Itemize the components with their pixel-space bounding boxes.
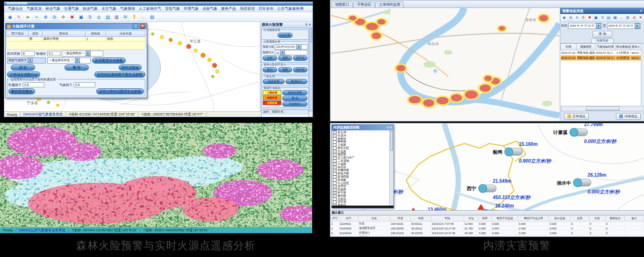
flight-arrow-icon[interactable]: ➣	[33, 13, 41, 21]
menu-item[interactable]: 系统管理	[238, 6, 257, 11]
output-col-header[interactable]: 站名	[358, 216, 390, 221]
analysis-button[interactable]: 分析	[263, 56, 277, 61]
horizontal-scrollbar[interactable]	[561, 106, 644, 111]
output-col-header[interactable]: 断面平均流速	[492, 216, 518, 221]
chevron-down-icon[interactable]: ▼	[635, 23, 640, 29]
zoom-out-icon[interactable]: ⊖	[50, 13, 58, 21]
output-col-header[interactable]: 水势	[589, 216, 605, 221]
monitor-button[interactable]: 数据标注	[286, 79, 308, 84]
station-row[interactable]: 111104011桂花105.4101130.501112013/12/1 7:…	[331, 221, 644, 226]
result-list-tab[interactable]: 结果列表	[591, 38, 614, 43]
sample-select[interactable]: 一请选择采样值 一▼	[47, 57, 91, 64]
pan-icon[interactable]: ✥	[59, 13, 67, 21]
query-button[interactable]: 查 询	[593, 31, 612, 37]
image-icon[interactable]: ▦	[612, 14, 618, 21]
factor-col-header[interactable]: 影响值	[86, 31, 106, 37]
warning-col-header[interactable]: 时间	[561, 44, 577, 50]
chevron-down-icon[interactable]: ▼	[296, 44, 301, 50]
output-col-header[interactable]: 最大流速	[549, 216, 571, 221]
add-button[interactable]: 添 加	[11, 64, 35, 71]
fax-icon[interactable]: ✉	[122, 13, 129, 21]
station-row[interactable]: 241104002老池防汛仓库105.2000030.201112013/12/…	[331, 226, 644, 231]
menu-item[interactable]: 日常发布	[257, 6, 275, 11]
status-system-link[interactable]: DMGIS中国气象服务系统	[21, 112, 66, 117]
back-icon[interactable]: ←	[139, 13, 147, 21]
status-system-link[interactable]: DMGIS公共气象服务业务系统	[16, 227, 69, 233]
output-col-header[interactable]: 预警状态	[605, 216, 625, 221]
page2-icon[interactable]: ②	[600, 14, 606, 21]
menu-item[interactable]: 气象预报	[118, 6, 137, 11]
monitor-button[interactable]: 站点监测	[263, 79, 285, 84]
close-icon[interactable]: ✕	[640, 9, 643, 13]
output-col-header[interactable]: 时间	[431, 216, 464, 221]
output-col-header[interactable]: 雨量	[478, 216, 492, 221]
output-col-header[interactable]: 序号	[331, 216, 339, 221]
close-icon[interactable]: ✕	[637, 14, 644, 21]
output-col-header[interactable]: 断面平均含沙量	[518, 216, 549, 221]
window-title-bar[interactable]	[4, 2, 313, 6]
factor-type-select[interactable]: 风险气候因子▼	[7, 57, 46, 64]
level-action-button[interactable]: 图 例	[282, 96, 308, 101]
minimize-icon[interactable]: ▁	[133, 24, 138, 29]
delete-button[interactable]: 删 除	[64, 64, 89, 71]
analysis-button[interactable]: 成图	[278, 56, 293, 61]
menu-item[interactable]: 水文气象	[100, 6, 118, 11]
output-col-header[interactable]: 备注	[625, 216, 644, 221]
measure-icon[interactable]: ✎	[15, 13, 23, 21]
close-icon[interactable]: ✕	[140, 24, 145, 29]
fire-param-button[interactable]: 设置火险特征图层生成参数	[96, 88, 144, 94]
warning-col-header[interactable]: 降水量级信息	[616, 44, 631, 50]
display-button[interactable]: 因子值	[293, 67, 308, 72]
dialog-title-bar[interactable]: 火险因子计算 ▁ ✕	[6, 23, 147, 29]
factor-cell[interactable]: 地类	[106, 37, 145, 42]
remove-icon[interactable]: ⊘	[631, 14, 637, 21]
layer-checkbox[interactable]: ✓	[333, 204, 336, 206]
select-arrow-icon[interactable]: ➤	[24, 13, 32, 21]
zoom-in-icon[interactable]: ⊕	[42, 13, 50, 21]
window-icon[interactable]: ▣	[77, 13, 85, 21]
date-to-picker[interactable]: 2009 年 07 月 29 日▼	[607, 23, 641, 29]
remote-sensing-image[interactable]	[0, 123, 312, 227]
menu-item[interactable]: 服务产品	[219, 6, 238, 11]
stop-icon[interactable]: ✖	[587, 14, 593, 21]
layer-param-button[interactable]: 设置图层分布参数	[92, 57, 126, 64]
detail-info-button[interactable]: 详情信息	[616, 113, 641, 120]
regression-input[interactable]: 8	[21, 51, 35, 56]
weight-input[interactable]: 0.5	[23, 82, 44, 87]
chevron-down-icon[interactable]: ▼	[280, 50, 285, 55]
chevron-down-icon[interactable]: ▼	[596, 23, 601, 29]
forest-param-button[interactable]: 设置综合森林因子图生成参数	[94, 71, 146, 78]
panel-scrollbar[interactable]	[309, 28, 313, 111]
menu-item[interactable]: 公共气象服务网	[275, 6, 305, 11]
layers-icon[interactable]: ▤	[606, 14, 612, 21]
warning-time-value[interactable]: 20	[276, 51, 279, 54]
pan-icon[interactable]: ✥	[580, 14, 587, 21]
station-data-table[interactable]: 序号站号站名经度纬度时间水位雨量断面平均流速断面平均含沙量最大流速流量水势预警状…	[330, 215, 644, 237]
menu-item[interactable]: 林业气象	[43, 6, 62, 11]
sample-value-button[interactable]: 采样点取值	[119, 64, 142, 71]
layer-list[interactable]: ✓ 青云湖 ✓ 待进沟 林园街 聚丰园 三线路	[332, 130, 394, 206]
menu-item[interactable]: 决策气象	[200, 6, 219, 11]
menu-item[interactable]: 气象信息	[6, 6, 25, 11]
map-tab[interactable]: 灾害追踪	[353, 1, 375, 7]
output-col-header[interactable]: 流量	[571, 216, 589, 221]
stop-icon[interactable]: ✖	[68, 13, 76, 21]
map-icon[interactable]: ▧	[148, 13, 156, 21]
station-row[interactable]: 321104010石溪浩口105.0122230.323332013/12/3 …	[331, 231, 644, 236]
menu-item[interactable]: 雷电气象	[163, 6, 182, 11]
window-icon[interactable]: ▣	[593, 14, 599, 21]
table-scrollbar[interactable]	[641, 43, 644, 106]
factor-table[interactable]: 因子类别类型图层名影响值分析依据 面森林分布图1地类	[7, 30, 145, 50]
close-icon[interactable]: ✕	[389, 126, 392, 129]
display-button[interactable]: 显示	[263, 67, 277, 72]
factor-cell[interactable]: 1	[86, 37, 106, 42]
warning-row[interactable]: 2019-07-22 1...风险等级-暴雨...2019-07-22 1...…	[561, 50, 641, 56]
file-info-button[interactable]: 文件信息	[564, 113, 589, 120]
factor-col-header[interactable]: 图层名	[43, 31, 86, 37]
factor-col-header[interactable]: 分析依据	[106, 31, 145, 37]
date-from-picker[interactable]: 2009 年 07 月 22 日▼	[568, 23, 602, 29]
globe-icon[interactable]: ◉	[6, 13, 14, 21]
display-button[interactable]: 成图	[278, 67, 293, 72]
menu-item[interactable]: 旅游气象	[81, 6, 100, 11]
close-icon[interactable]: ✕	[308, 23, 311, 27]
